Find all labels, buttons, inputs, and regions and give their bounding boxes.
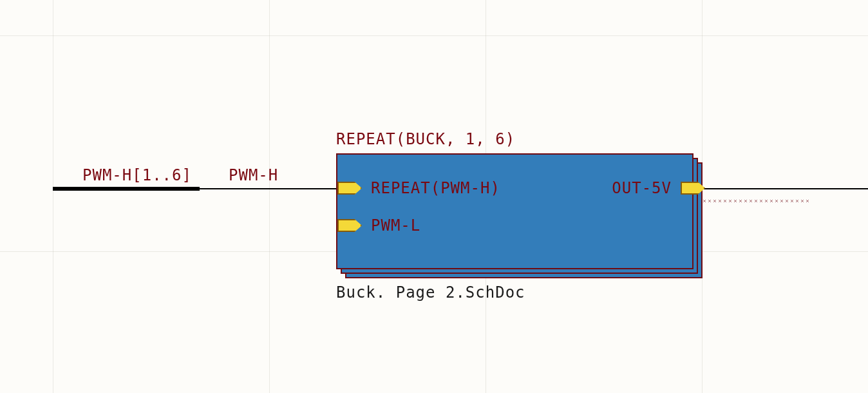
grid-line: [53, 0, 53, 393]
bus-label[interactable]: PWM-H[1..6]: [82, 166, 192, 184]
sheet-filename[interactable]: Buck. Page 2.SchDoc: [336, 283, 525, 302]
port-arrow-icon: [337, 182, 362, 195]
port-arrow-icon: [681, 182, 705, 195]
sheet-port-out-5v[interactable]: OUT-5V: [612, 182, 705, 195]
net-wire-pwm-h[interactable]: [200, 188, 336, 189]
sheet-port-in-pwm-h[interactable]: REPEAT(PWM-H): [337, 182, 500, 195]
port-arrow-icon: [337, 219, 362, 232]
port-label: REPEAT(PWM-H): [371, 179, 500, 197]
grid-line: [269, 0, 270, 393]
sheet-port-in-pwm-l[interactable]: PWM-L: [337, 219, 420, 232]
sheet-instance-front: [336, 153, 693, 269]
net-wire-out[interactable]: [699, 188, 868, 189]
erc-marker: [702, 200, 811, 202]
grid-line: [0, 35, 868, 36]
port-label: PWM-L: [371, 216, 420, 235]
port-label: OUT-5V: [612, 179, 672, 197]
net-label-pwm-h[interactable]: PWM-H: [229, 166, 278, 184]
sheet-symbol[interactable]: REPEAT(PWM-H) PWM-L OUT-5V: [336, 153, 706, 282]
schematic-canvas[interactable]: PWM-H[1..6] PWM-H REPEAT(BUCK, 1, 6) REP…: [0, 0, 868, 393]
bus-wire[interactable]: [53, 187, 200, 191]
sheet-designator[interactable]: REPEAT(BUCK, 1, 6): [336, 130, 515, 148]
